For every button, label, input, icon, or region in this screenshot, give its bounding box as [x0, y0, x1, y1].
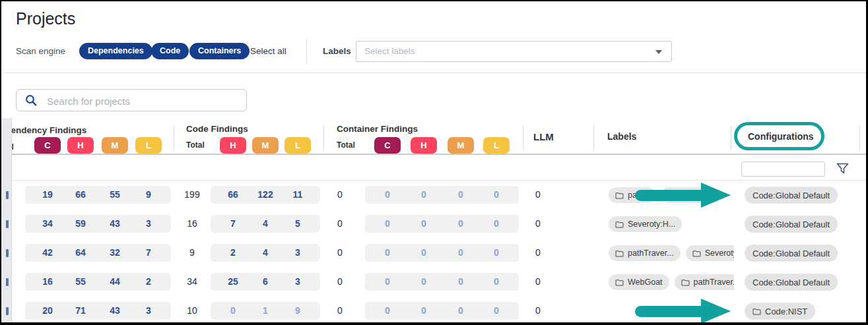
- scan-engine-pill-dependencies[interactable]: Dependencies: [79, 43, 152, 59]
- clipped-total-value: [6, 220, 9, 228]
- table-row: 1655442342563000000WebGoatpathTraver..Co…: [12, 268, 867, 297]
- label-chip[interactable]: WebGoat: [609, 274, 669, 290]
- labels-column-header: Labels: [607, 131, 636, 142]
- label-chip-text: pathT: [628, 191, 649, 200]
- header-column-divider: [523, 125, 523, 150]
- search-box: [16, 89, 247, 111]
- search-icon: [25, 94, 38, 107]
- folder-icon: [692, 250, 701, 257]
- container-findings-group-header: Container Findings: [337, 124, 418, 134]
- code-l-count[interactable]: 11: [275, 186, 320, 204]
- code-medium-header: M: [252, 137, 279, 154]
- code-total-count: 16: [187, 218, 197, 229]
- header-column-divider: [323, 125, 324, 150]
- container-medium-header: M: [448, 137, 474, 154]
- container-critical-header: C: [374, 137, 401, 154]
- dependency-l-count[interactable]: 7: [126, 244, 171, 262]
- clipped-total-value: [6, 278, 9, 286]
- container-l-count[interactable]: 0: [474, 215, 519, 233]
- code-total-header: Total: [186, 140, 205, 150]
- llm-count: 0: [535, 247, 541, 258]
- label-chip[interactable]: pathTraver..: [675, 274, 734, 290]
- configurations-cell: Code:Global Default: [745, 187, 838, 204]
- labels-select-placeholder: Select labels: [364, 46, 415, 56]
- labels-cell: [609, 303, 734, 319]
- container-total-count: 0: [337, 276, 343, 287]
- container-l-count[interactable]: 0: [474, 244, 519, 262]
- clipped-total-value: [6, 307, 9, 315]
- configurations-cell: Code:Global Default: [745, 274, 838, 291]
- code-l-count[interactable]: 9: [275, 302, 320, 320]
- label-chip[interactable]: pathTraver...: [609, 245, 681, 261]
- code-l-count[interactable]: 3: [275, 273, 320, 291]
- table-header-underline: [12, 154, 867, 155]
- label-chip-text: WebGoat: [628, 278, 663, 287]
- llm-count: 0: [535, 218, 541, 229]
- dependency-medium-header: M: [102, 137, 128, 154]
- dependency-l-count[interactable]: 9: [126, 186, 171, 204]
- container-total-header: Total: [337, 140, 355, 150]
- code-l-count[interactable]: 3: [275, 244, 320, 262]
- folder-icon: [615, 192, 624, 199]
- llm-count: 0: [535, 189, 541, 200]
- scan-engine-label: Scan engine: [16, 46, 65, 56]
- configurations-cell: Code:Global Default: [745, 245, 838, 262]
- container-low-header: L: [483, 137, 510, 154]
- configuration-chip[interactable]: Code:Global Default: [745, 274, 838, 291]
- configuration-chip-text: Code:Global Default: [752, 220, 830, 229]
- dependency-findings-group-header: Dependency Findings: [12, 124, 168, 135]
- configuration-chip-text: Code:Global Default: [752, 278, 830, 287]
- container-l-count[interactable]: 0: [474, 273, 519, 291]
- search-input[interactable]: [46, 90, 243, 111]
- code-findings-group-header: Code Findings: [186, 124, 248, 134]
- labels-cell: Severoty:H...: [609, 216, 734, 232]
- dependency-critical-header: C: [34, 137, 61, 154]
- dependency-low-header: L: [135, 137, 162, 154]
- label-chip-text: pathTraver...: [628, 249, 674, 258]
- labels-cell: pathTraver...Severoty: [609, 245, 734, 261]
- container-total-count: 0: [337, 247, 343, 258]
- labels-select[interactable]: Select labels: [356, 41, 672, 62]
- header-column-divider: [859, 125, 860, 150]
- dependency-l-count[interactable]: 3: [126, 215, 171, 233]
- table-row: 207143310019000000Code:NIST: [12, 297, 867, 325]
- scan-engine-pill-code[interactable]: Code: [151, 43, 189, 59]
- container-l-count[interactable]: 0: [474, 186, 519, 204]
- chevron-down-icon: [655, 50, 662, 54]
- filter-funnel-icon[interactable]: [836, 162, 850, 175]
- header-divider-line: [1, 73, 868, 73]
- configurations-filter-input[interactable]: [741, 162, 825, 177]
- page-title: Projects: [16, 9, 75, 28]
- dependency-l-count[interactable]: 3: [126, 302, 171, 320]
- configurations-cell: Code:NIST: [745, 303, 815, 320]
- configurations-cell: Code:Global Default: [745, 216, 838, 233]
- scan-engine-pill-containers[interactable]: Containers: [189, 43, 250, 59]
- table-row: 345943316745000000Severoty:H...Code:Glob…: [12, 210, 867, 239]
- configuration-chip[interactable]: Code:Global Default: [745, 245, 838, 262]
- label-chip[interactable]: pathT: [609, 187, 655, 203]
- llm-column-header: LLM: [533, 131, 554, 142]
- select-all-button[interactable]: Select all: [250, 46, 286, 56]
- toolbar-divider: [306, 39, 307, 64]
- dependency-l-count[interactable]: 2: [126, 273, 171, 291]
- code-l-count[interactable]: 5: [275, 215, 320, 233]
- label-chip[interactable]: Severoty:H...: [609, 216, 682, 232]
- code-total-count: 10: [187, 305, 197, 316]
- folder-icon: [681, 279, 690, 286]
- code-total-count: 199: [184, 189, 199, 200]
- container-high-header: H: [411, 137, 437, 154]
- label-chip-text: Severoty: [705, 249, 734, 258]
- code-total-count: 9: [189, 247, 195, 258]
- configuration-chip[interactable]: Code:Global Default: [745, 187, 838, 204]
- labels-filter-label: Labels: [323, 46, 351, 56]
- configuration-chip[interactable]: Code:NIST: [745, 303, 815, 320]
- label-chip[interactable]: Severoty: [686, 245, 734, 261]
- llm-count: 0: [535, 305, 541, 316]
- configurations-column-header: Configurations: [748, 131, 814, 142]
- label-chip[interactable]: [661, 187, 711, 203]
- code-low-header: L: [284, 137, 311, 154]
- clipped-total-value: [6, 249, 9, 257]
- header-column-divider: [593, 125, 594, 150]
- container-l-count[interactable]: 0: [474, 302, 519, 320]
- configuration-chip[interactable]: Code:Global Default: [745, 216, 838, 233]
